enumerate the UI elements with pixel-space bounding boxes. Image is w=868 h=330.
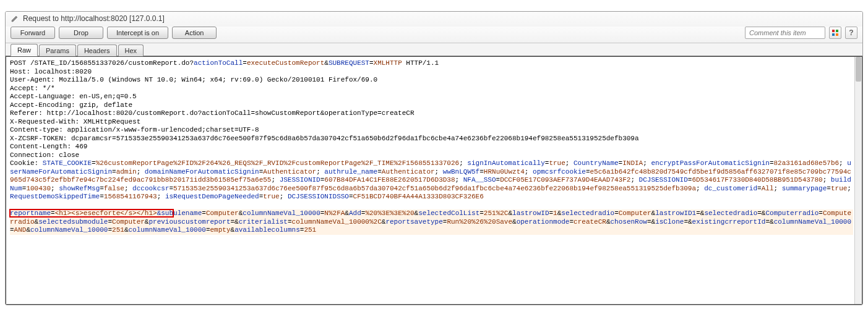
scrollbar-thumb[interactable]: [856, 57, 861, 82]
svg-rect-0: [832, 30, 835, 32]
tab-raw[interactable]: Raw: [11, 44, 38, 56]
scrollbar[interactable]: [854, 57, 862, 304]
pencil-icon: [11, 14, 19, 23]
action-button[interactable]: Action: [172, 27, 217, 39]
tab-headers[interactable]: Headers: [77, 44, 117, 56]
request-panel: Request to http://localhost:8020 [127.0.…: [5, 11, 863, 305]
raw-editor[interactable]: POST /STATE_ID/1568551337026/customRepor…: [6, 57, 862, 304]
help-icon[interactable]: ?: [845, 27, 857, 39]
highlight-color-icon[interactable]: [829, 27, 841, 39]
comment-input[interactable]: [745, 27, 825, 39]
svg-rect-3: [836, 33, 838, 36]
title-bar: Request to http://localhost:8020 [127.0.…: [6, 12, 862, 27]
intercept-toggle-button[interactable]: Intercept is on: [107, 27, 168, 39]
forward-button[interactable]: Forward: [11, 27, 55, 39]
tab-hex[interactable]: Hex: [118, 44, 144, 56]
content-wrap: POST /STATE_ID/1568551337026/customRepor…: [6, 56, 862, 305]
tab-bar: Raw Params Headers Hex: [6, 43, 862, 56]
drop-button[interactable]: Drop: [59, 27, 103, 39]
toolbar: Forward Drop Intercept is on Action ?: [6, 27, 862, 43]
svg-rect-2: [832, 33, 835, 36]
panel-title: Request to http://localhost:8020 [127.0.…: [23, 14, 165, 23]
tab-params[interactable]: Params: [39, 44, 76, 56]
svg-rect-1: [836, 30, 838, 32]
